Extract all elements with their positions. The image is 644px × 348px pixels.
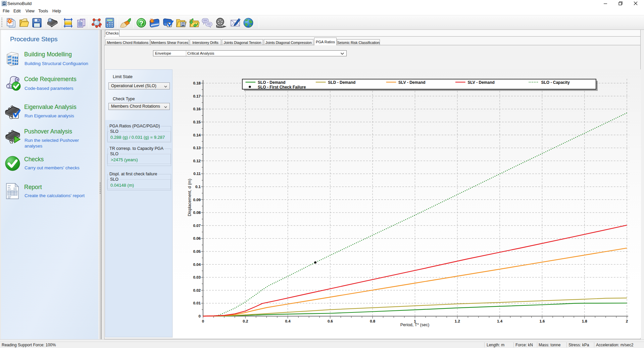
svg-text:SLO - First Check Failure: SLO - First Check Failure <box>258 85 306 90</box>
svg-text:0.16: 0.16 <box>193 107 201 111</box>
svg-text:0.18: 0.18 <box>193 81 201 85</box>
svg-text:0.03: 0.03 <box>193 275 201 279</box>
svg-text:0: 0 <box>199 314 201 318</box>
svg-text:?: ? <box>139 19 143 27</box>
svg-text:Displacement, d (m): Displacement, d (m) <box>187 179 192 216</box>
svg-text:0.1: 0.1 <box>195 185 201 189</box>
svg-text:1.6: 1.6 <box>539 319 545 323</box>
svg-text:0.13: 0.13 <box>193 146 201 150</box>
svg-text:0.4: 0.4 <box>285 319 291 323</box>
svg-text:2: 2 <box>626 319 628 323</box>
svg-text:SLV - Demand: SLV - Demand <box>467 80 494 85</box>
svg-text:SLV - Demand: SLV - Demand <box>398 80 425 85</box>
svg-text:0.07: 0.07 <box>193 224 201 228</box>
svg-text:0.02: 0.02 <box>193 288 201 292</box>
svg-text:1.8: 1.8 <box>582 319 588 323</box>
svg-text:0.8: 0.8 <box>370 319 376 323</box>
svg-text:0.14: 0.14 <box>193 133 201 137</box>
svg-text:SLD - Demand: SLD - Demand <box>328 80 355 85</box>
svg-text:0.01: 0.01 <box>193 301 201 305</box>
svg-text:1.2: 1.2 <box>455 319 460 323</box>
svg-text:0: 0 <box>202 319 204 323</box>
svg-text:SLO - Capacity: SLO - Capacity <box>541 80 570 85</box>
svg-text:0.04: 0.04 <box>193 263 201 267</box>
svg-text:0.08: 0.08 <box>193 211 201 215</box>
svg-text:0.05: 0.05 <box>193 249 201 253</box>
svg-text:1.4: 1.4 <box>497 319 503 323</box>
svg-text:SLO - Demand: SLO - Demand <box>258 80 286 85</box>
svg-text:0.15: 0.15 <box>193 120 201 124</box>
svg-text:0.11: 0.11 <box>193 172 201 176</box>
svg-text:0.12: 0.12 <box>193 159 201 163</box>
svg-text:0.06: 0.06 <box>193 236 201 240</box>
svg-text:0.09: 0.09 <box>193 198 201 202</box>
svg-text:0.6: 0.6 <box>328 319 333 323</box>
svg-text:0.2: 0.2 <box>243 319 248 323</box>
svg-text:Period, T* (sec): Period, T* (sec) <box>400 323 430 327</box>
svg-text:0.17: 0.17 <box>193 94 201 98</box>
